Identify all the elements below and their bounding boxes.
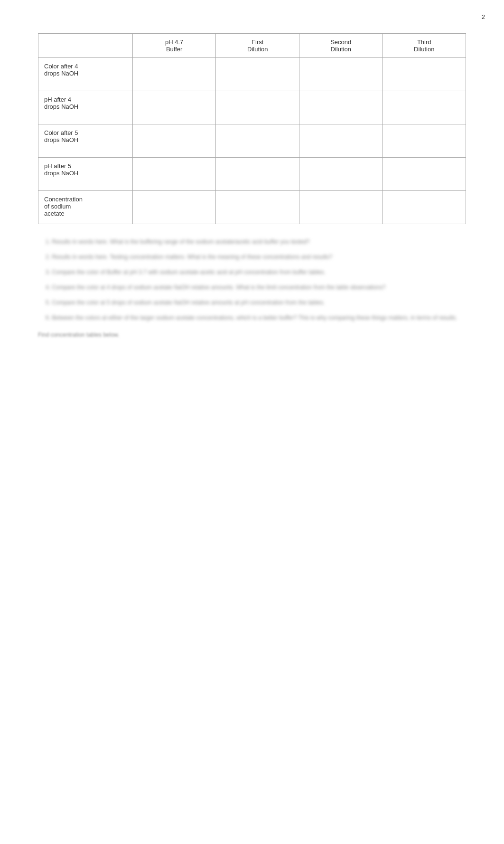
data-table: pH 4.7Buffer FirstDilution SecondDilutio… xyxy=(38,33,466,224)
cell-color-4-buffer[interactable] xyxy=(132,58,216,91)
cell-conc-third[interactable] xyxy=(383,191,466,224)
table-row: Color after 4drops NaOH xyxy=(38,58,466,91)
header-first-dilution: FirstDilution xyxy=(216,34,299,58)
question-5-number: 5. xyxy=(46,299,52,306)
header-ph-buffer: pH 4.7Buffer xyxy=(132,34,216,58)
cell-ph-4-first[interactable] xyxy=(216,91,299,124)
question-4-number: 4. xyxy=(46,284,52,291)
question-1-text: Results in words here. What is the buffe… xyxy=(52,238,309,245)
cell-ph-5-buffer[interactable] xyxy=(132,158,216,191)
row-label-color-5: Color after 5drops NaOH xyxy=(38,124,133,158)
question-6-text: Between the colors at either of the larg… xyxy=(52,314,457,321)
cell-conc-second[interactable] xyxy=(299,191,383,224)
table-row: pH after 4drops NaOH xyxy=(38,91,466,124)
row-label-concentration: Concentrationof sodiumacetate xyxy=(38,191,133,224)
row-label-ph-5: pH after 5drops NaOH xyxy=(38,158,133,191)
question-4: 4. Compare the color at 4 drops of sodiu… xyxy=(38,283,466,292)
cell-ph-5-second[interactable] xyxy=(299,158,383,191)
header-row-label xyxy=(38,34,133,58)
cell-color-5-second[interactable] xyxy=(299,124,383,158)
table-row: Color after 5drops NaOH xyxy=(38,124,466,158)
table-row: pH after 5drops NaOH xyxy=(38,158,466,191)
question-3: 3. Compare the color of Buffer at pH 3.7… xyxy=(38,268,466,276)
cell-ph-5-third[interactable] xyxy=(383,158,466,191)
cell-ph-4-buffer[interactable] xyxy=(132,91,216,124)
cell-ph-4-second[interactable] xyxy=(299,91,383,124)
cell-ph-4-third[interactable] xyxy=(383,91,466,124)
footer-note: Find concentration tables below. xyxy=(38,332,466,338)
row-label-ph-4: pH after 4drops NaOH xyxy=(38,91,133,124)
header-second-dilution: SecondDilution xyxy=(299,34,383,58)
question-5: 5. Compare the color at 5 drops of sodiu… xyxy=(38,298,466,307)
question-5-text: Compare the color at 5 drops of sodium a… xyxy=(52,299,325,306)
question-2: 2. Results in words here. Testing concen… xyxy=(38,253,466,261)
question-1-number: 1. xyxy=(46,238,52,245)
question-3-text: Compare the color of Buffer at pH 3.7 wi… xyxy=(52,269,326,275)
question-4-text: Compare the color at 4 drops of sodium a… xyxy=(52,284,385,291)
question-6-number: 6. xyxy=(46,314,52,321)
cell-conc-first[interactable] xyxy=(216,191,299,224)
question-1: 1. Results in words here. What is the bu… xyxy=(38,237,466,246)
header-third-dilution: ThirdDilution xyxy=(383,34,466,58)
cell-color-4-third[interactable] xyxy=(383,58,466,91)
cell-color-5-third[interactable] xyxy=(383,124,466,158)
cell-color-5-first[interactable] xyxy=(216,124,299,158)
table-row: Concentrationof sodiumacetate xyxy=(38,191,466,224)
cell-color-4-first[interactable] xyxy=(216,58,299,91)
cell-color-5-buffer[interactable] xyxy=(132,124,216,158)
question-2-number: 2. xyxy=(46,254,52,260)
page-number: 2 xyxy=(482,13,485,20)
cell-conc-buffer[interactable] xyxy=(132,191,216,224)
question-2-text: Results in words here. Testing concentra… xyxy=(52,254,332,260)
question-3-number: 3. xyxy=(46,269,52,275)
cell-ph-5-first[interactable] xyxy=(216,158,299,191)
row-label-color-4: Color after 4drops NaOH xyxy=(38,58,133,91)
question-6: 6. Between the colors at either of the l… xyxy=(38,313,466,322)
cell-color-4-second[interactable] xyxy=(299,58,383,91)
questions-section: 1. Results in words here. What is the bu… xyxy=(38,237,466,322)
